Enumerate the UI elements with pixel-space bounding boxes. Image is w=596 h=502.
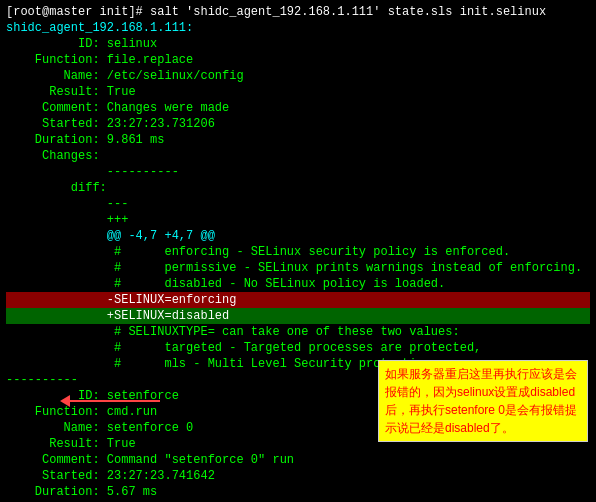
terminal-line: --- xyxy=(6,196,590,212)
terminal-line: @@ -4,7 +4,7 @@ xyxy=(6,228,590,244)
terminal-line: Started: 23:27:23.741642 xyxy=(6,468,590,484)
terminal-line: Duration: 5.67 ms xyxy=(6,484,590,500)
terminal-line: Changes: xyxy=(6,148,590,164)
terminal-line: # targeted - Targeted processes are prot… xyxy=(6,340,590,356)
terminal-line: Started: 23:27:23.731206 xyxy=(6,116,590,132)
arrow xyxy=(60,395,160,407)
annotation-box: 如果服务器重启这里再执行应该是会报错的，因为selinux设置成disabled… xyxy=(378,360,588,442)
terminal: [root@master init]# salt 'shidc_agent_19… xyxy=(0,0,596,502)
arrow-head-icon xyxy=(60,395,70,407)
terminal-line: +SELINUX=disabled xyxy=(6,308,590,324)
terminal-line: Name: /etc/selinux/config xyxy=(6,68,590,84)
terminal-line: ---------- xyxy=(6,164,590,180)
terminal-line: # permissive - SELinux prints warnings i… xyxy=(6,260,590,276)
prompt-line: [root@master init]# salt 'shidc_agent_19… xyxy=(6,4,590,20)
agent-label: shidc_agent_192.168.1.111: xyxy=(6,20,590,36)
terminal-line: Function: file.replace xyxy=(6,52,590,68)
terminal-line: -SELINUX=enforcing xyxy=(6,292,590,308)
terminal-line: # disabled - No SELinux policy is loaded… xyxy=(6,276,590,292)
arrow-line xyxy=(70,400,160,402)
terminal-line: Duration: 9.861 ms xyxy=(6,132,590,148)
terminal-line: # SELINUXTYPE= can take one of these two… xyxy=(6,324,590,340)
terminal-line: ID: selinux xyxy=(6,36,590,52)
terminal-line: diff: xyxy=(6,180,590,196)
terminal-line: Result: True xyxy=(6,84,590,100)
terminal-line: # enforcing - SELinux security policy is… xyxy=(6,244,590,260)
terminal-line: +++ xyxy=(6,212,590,228)
terminal-line: Comment: Changes were made xyxy=(6,100,590,116)
terminal-line: Comment: Command "setenforce 0" run xyxy=(6,452,590,468)
